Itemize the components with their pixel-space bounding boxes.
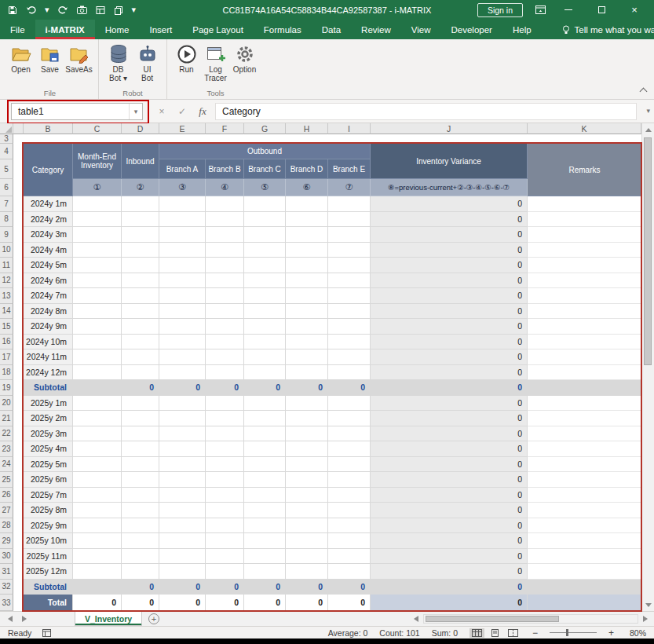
category-cell[interactable]: 2024y 6m [24,273,73,289]
sheet-cell[interactable] [244,319,286,335]
sheet-cell[interactable] [159,319,206,335]
sheet-cell[interactable] [122,564,159,580]
ribbon-tab-i-matrix[interactable]: i-MATRIX [35,20,95,39]
remarks-cell[interactable] [528,227,641,243]
sheet-cell[interactable] [206,335,244,350]
sheet-cell[interactable] [159,396,206,412]
sheet-cell[interactable] [328,472,371,488]
remarks-cell[interactable] [528,396,641,412]
row-header-4[interactable]: 4 [0,144,13,159]
sheet-cell[interactable] [73,243,122,258]
subtotal-value-cell[interactable] [73,380,122,396]
sheet-cell[interactable] [286,243,328,258]
row-header-21[interactable]: 21 [0,411,13,426]
variance-cell[interactable]: 0 [371,472,528,488]
sheet-cell[interactable] [13,258,24,273]
save-icon[interactable] [8,4,17,16]
sheet-cell[interactable] [73,472,122,488]
sheet-cell[interactable] [73,349,122,365]
sheet-cell[interactable] [159,564,206,580]
sheet-cell[interactable] [13,533,24,549]
subtotal-value-cell[interactable]: 0 [244,380,286,396]
sheet-cell[interactable] [159,426,206,442]
column-header-j[interactable]: J [371,123,528,134]
row-header-7[interactable]: 7 [0,196,13,212]
category-cell[interactable]: 2025y 9m [24,518,73,534]
remarks-cell[interactable] [528,472,641,488]
category-cell[interactable]: 2024y 1m [24,196,73,212]
sheet-cell[interactable] [244,288,286,304]
row-header-10[interactable]: 10 [0,243,13,258]
column-header-g[interactable]: G [244,123,286,134]
row-header-15[interactable]: 15 [0,319,13,335]
sheet-cell[interactable] [13,441,24,457]
category-cell[interactable]: 2024y 10m [24,335,73,350]
sheet-cell[interactable] [244,134,286,144]
sheet-cell[interactable] [244,411,286,426]
sheet-cell[interactable] [159,472,206,488]
sheet-cell[interactable] [244,549,286,565]
subtotal-label-cell[interactable]: Subtotal [24,380,73,396]
sheet-cell[interactable] [206,533,244,549]
row-header-13[interactable]: 13 [0,288,13,304]
sheet-cell[interactable] [159,304,206,320]
sheet-nav-right-icon[interactable] [22,616,27,622]
category-cell[interactable]: 2025y 2m [24,411,73,426]
row-header-29[interactable]: 29 [0,533,13,549]
macro-record-icon[interactable] [42,627,51,639]
row-header-23[interactable]: 23 [0,441,13,457]
ribbon-tab-review[interactable]: Review [351,20,401,39]
header-column-ref[interactable]: ① [73,179,122,196]
vertical-scrollbar[interactable] [641,123,654,611]
subtotal-value-cell[interactable]: 0 [122,380,159,396]
row-header-9[interactable]: 9 [0,227,13,243]
zoom-in-button[interactable]: + [608,628,614,639]
subtotal-variance-cell[interactable]: 0 [371,380,528,396]
sheet-cell[interactable] [286,335,328,350]
header-variance-formula[interactable]: ⑧=previous-current+②-③-④-⑤-⑥-⑦ [371,179,528,196]
sheet-cell[interactable] [122,441,159,457]
column-header-f[interactable]: F [206,123,244,134]
header-remarks[interactable]: Remarks [528,144,641,196]
sheet-cell[interactable] [13,227,24,243]
row-header-16[interactable]: 16 [0,335,13,350]
page-layout-view-icon[interactable] [488,628,502,638]
header-branch[interactable]: Branch D [286,159,328,179]
sheet-cell[interactable] [328,258,371,273]
select-all-corner[interactable] [0,123,13,134]
sheet-cell[interactable] [286,564,328,580]
row-header-33[interactable]: 33 [0,595,13,611]
subtotal-variance-cell[interactable]: 0 [371,580,528,595]
row-header-22[interactable]: 22 [0,426,13,442]
subtotal-remarks-cell[interactable] [528,580,641,595]
formula-bar[interactable]: Category [215,103,637,120]
sheet-cell[interactable] [286,457,328,473]
formula-bar-expand-icon[interactable]: ▾ [646,107,650,115]
ribbon-button-db-bot[interactable]: DBBot ▾ [104,39,133,88]
sheet-cell[interactable] [73,273,122,289]
sheet-cell[interactable] [73,533,122,549]
remarks-cell[interactable] [528,457,641,473]
subtotal-value-cell[interactable]: 0 [328,380,371,396]
sheet-cell[interactable] [244,365,286,381]
variance-cell[interactable]: 0 [371,396,528,412]
column-header-a[interactable] [13,123,24,134]
category-cell[interactable]: 2024y 8m [24,304,73,320]
sheet-cell[interactable] [73,319,122,335]
header-branch[interactable]: Branch E [328,159,371,179]
sheet-cell[interactable] [13,335,24,350]
row-header-8[interactable]: 8 [0,212,13,228]
sheet-cell[interactable] [73,549,122,565]
ribbon-button-run[interactable]: Run [172,39,201,88]
sheet-cell[interactable] [73,488,122,503]
enter-icon[interactable]: ✓ [174,103,190,120]
remarks-cell[interactable] [528,319,641,335]
sheet-cell[interactable] [286,349,328,365]
total-value-cell[interactable]: 0 [159,595,206,611]
ribbon-button-ui-bot[interactable]: UIBot [133,39,162,88]
sheet-cell[interactable] [244,243,286,258]
sheet-cell[interactable] [206,134,244,144]
variance-cell[interactable]: 0 [371,335,528,350]
sheet-cell[interactable] [122,273,159,289]
header-branch[interactable]: Branch A [159,159,206,179]
